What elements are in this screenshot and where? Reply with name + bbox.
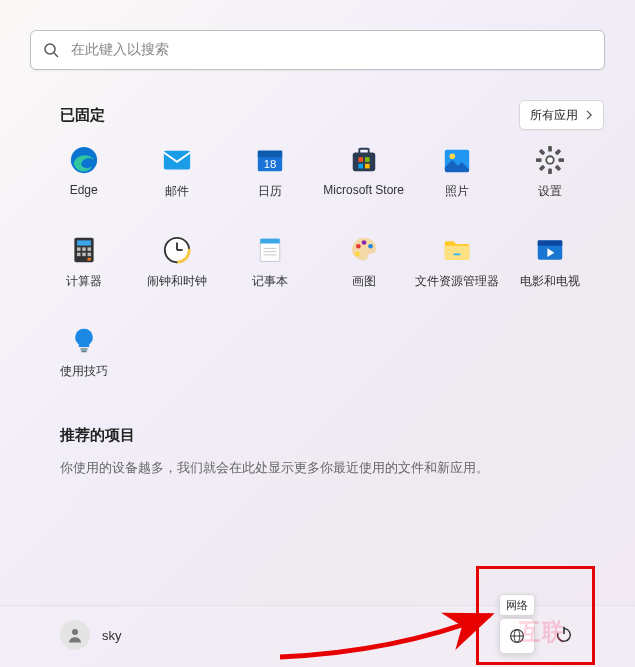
svg-point-44 <box>361 240 366 245</box>
svg-rect-20 <box>555 149 562 156</box>
svg-point-14 <box>449 153 455 159</box>
search-placeholder: 在此键入以搜索 <box>71 41 169 59</box>
svg-rect-30 <box>77 253 81 257</box>
svg-rect-21 <box>539 165 546 172</box>
svg-rect-31 <box>82 253 86 257</box>
tile-explorer[interactable]: 文件资源管理器 <box>410 235 503 295</box>
globe-icon <box>509 628 525 644</box>
pinned-title: 已固定 <box>60 106 105 125</box>
svg-rect-52 <box>81 351 86 353</box>
store-icon <box>349 145 379 175</box>
tile-label: 文件资源管理器 <box>415 273 499 290</box>
svg-rect-48 <box>453 254 460 256</box>
tile-tips[interactable]: 使用技巧 <box>37 325 130 385</box>
tile-label: 日历 <box>258 183 282 200</box>
network-button[interactable] <box>499 618 535 654</box>
tile-clock[interactable]: 闹钟和时钟 <box>130 235 223 295</box>
svg-rect-39 <box>261 239 281 244</box>
svg-rect-33 <box>87 258 91 261</box>
tile-paint[interactable]: 画图 <box>317 235 410 295</box>
svg-point-0 <box>45 44 55 54</box>
svg-rect-16 <box>548 146 552 152</box>
network-tooltip: 网络 <box>499 594 535 616</box>
svg-rect-18 <box>536 158 542 162</box>
all-apps-label: 所有应用 <box>530 107 578 124</box>
pinned-grid: Edge 邮件 18 日历 Microsoft Store 照片 设置 <box>37 145 597 385</box>
user-name: sky <box>102 628 122 643</box>
tile-label: 照片 <box>445 183 469 200</box>
avatar-icon <box>60 620 90 650</box>
svg-rect-51 <box>80 348 87 351</box>
calendar-icon: 18 <box>255 145 285 175</box>
svg-rect-23 <box>555 165 562 172</box>
tile-photos[interactable]: 照片 <box>410 145 503 205</box>
tile-movies[interactable]: 电影和电视 <box>504 235 597 295</box>
tile-store[interactable]: Microsoft Store <box>317 145 410 205</box>
svg-rect-8 <box>359 149 368 155</box>
svg-rect-9 <box>358 157 363 162</box>
svg-line-1 <box>54 53 58 57</box>
svg-point-46 <box>355 251 360 256</box>
paint-icon <box>349 235 379 265</box>
tile-label: 电影和电视 <box>520 273 580 290</box>
power-button[interactable] <box>555 625 573 643</box>
svg-rect-47 <box>445 246 470 260</box>
recommended-text: 你使用的设备越多，我们就会在此处显示更多你最近使用的文件和新应用。 <box>60 459 489 477</box>
tips-icon <box>69 325 99 355</box>
tile-calendar[interactable]: 18 日历 <box>224 145 317 205</box>
tile-label: 记事本 <box>252 273 288 290</box>
movies-icon <box>535 235 565 265</box>
edge-icon <box>69 145 99 175</box>
svg-point-43 <box>356 244 361 249</box>
svg-rect-50 <box>538 240 563 245</box>
tile-label: 邮件 <box>165 183 189 200</box>
svg-rect-10 <box>365 157 370 162</box>
power-icon <box>555 625 573 643</box>
notepad-icon <box>255 235 285 265</box>
clock-icon <box>162 235 192 265</box>
chevron-right-icon <box>586 110 593 120</box>
svg-rect-5 <box>258 151 282 158</box>
svg-text:18: 18 <box>264 158 277 170</box>
tile-label: Edge <box>70 183 98 197</box>
svg-rect-3 <box>164 151 190 170</box>
svg-rect-32 <box>87 253 91 257</box>
all-apps-button[interactable]: 所有应用 <box>519 100 604 130</box>
svg-rect-27 <box>77 247 81 251</box>
svg-rect-28 <box>82 247 86 251</box>
svg-rect-19 <box>559 158 565 162</box>
tile-label: 使用技巧 <box>60 363 108 380</box>
settings-icon <box>535 145 565 175</box>
tile-edge[interactable]: Edge <box>37 145 130 205</box>
svg-rect-17 <box>548 168 552 174</box>
tile-label: 设置 <box>538 183 562 200</box>
mail-icon <box>162 145 192 175</box>
svg-rect-26 <box>77 240 91 245</box>
user-button[interactable]: sky <box>60 620 122 650</box>
search-icon <box>43 42 59 58</box>
search-box[interactable]: 在此键入以搜索 <box>30 30 605 70</box>
svg-point-24 <box>548 157 554 163</box>
tile-label: 闹钟和时钟 <box>147 273 207 290</box>
recommended-title: 推荐的项目 <box>60 426 135 445</box>
explorer-icon <box>442 235 472 265</box>
tile-mail[interactable]: 邮件 <box>130 145 223 205</box>
calculator-icon <box>69 235 99 265</box>
tile-label: Microsoft Store <box>323 183 404 197</box>
tile-label: 画图 <box>352 273 376 290</box>
svg-rect-11 <box>358 164 363 169</box>
svg-point-53 <box>72 629 78 635</box>
svg-rect-22 <box>539 149 546 156</box>
svg-point-45 <box>368 244 373 249</box>
tile-calculator[interactable]: 计算器 <box>37 235 130 295</box>
tile-notepad[interactable]: 记事本 <box>224 235 317 295</box>
photos-icon <box>442 145 472 175</box>
tile-label: 计算器 <box>66 273 102 290</box>
svg-rect-12 <box>365 164 370 169</box>
tile-settings[interactable]: 设置 <box>504 145 597 205</box>
svg-rect-29 <box>87 247 91 251</box>
